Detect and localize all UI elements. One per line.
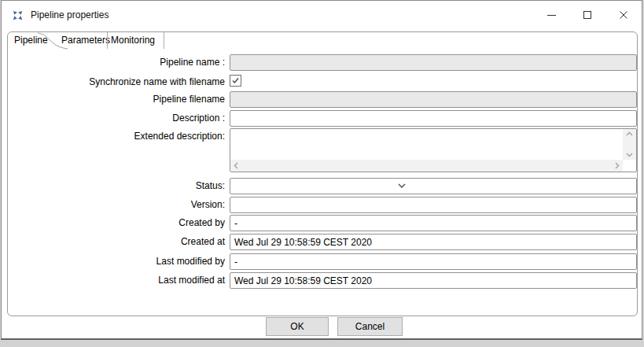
created-by-label: Created by [2, 217, 225, 228]
minimize-button[interactable] [533, 1, 569, 29]
version-label: Version: [2, 199, 225, 210]
pipeline-name-row: Pipeline name : [2, 54, 642, 71]
ok-button[interactable]: OK [266, 317, 329, 336]
window-title: Pipeline properties [31, 9, 109, 20]
status-dropdown-button[interactable] [394, 178, 410, 193]
created-at-label: Created at [2, 236, 225, 247]
status-combobox[interactable] [230, 178, 637, 194]
pipeline-name-input [230, 54, 637, 71]
maximize-button[interactable] [569, 1, 605, 29]
last-modified-at-input[interactable] [230, 272, 637, 289]
extended-description-textarea[interactable] [230, 128, 637, 172]
vertical-scrollbar[interactable] [623, 129, 636, 160]
chevron-down-icon[interactable] [626, 153, 633, 157]
title-bar: Pipeline properties [2, 1, 642, 29]
sync-name-row: Synchronize name with filename [2, 74, 642, 88]
pipeline-filename-row: Pipeline filename [2, 91, 642, 108]
sync-name-checkbox[interactable] [230, 75, 241, 87]
tab-parameters[interactable]: Parameters [61, 35, 110, 46]
chevron-left-icon[interactable] [234, 162, 238, 169]
version-input[interactable] [230, 197, 637, 213]
status-label: Status: [2, 180, 225, 191]
close-button[interactable] [605, 1, 642, 29]
pipeline-name-label: Pipeline name : [2, 57, 225, 68]
close-icon [619, 10, 628, 20]
last-modified-at-label: Last modified at [2, 275, 225, 286]
last-modified-by-row: Last modified by [2, 253, 642, 270]
extended-description-label: Extended description: [2, 131, 225, 142]
description-row: Description : [2, 110, 642, 127]
pipeline-filename-label: Pipeline filename [2, 94, 225, 105]
pipeline-properties-dialog: Pipeline properties Pipeline [1, 0, 642, 340]
last-modified-at-row: Last modified at [2, 272, 642, 289]
last-modified-by-input[interactable] [230, 253, 637, 270]
tab-separator [107, 32, 108, 49]
chevron-up-icon[interactable] [626, 131, 633, 136]
hop-logo-icon [12, 9, 24, 21]
tab-monitoring[interactable]: Monitoring [111, 35, 155, 46]
maximize-icon [583, 11, 591, 19]
sync-name-label: Synchronize name with filename [2, 76, 225, 87]
checkmark-icon [231, 76, 240, 85]
tab-separator [164, 32, 164, 49]
extended-description-text [234, 131, 620, 158]
created-by-row: Created by [2, 215, 642, 231]
desktop-background: Pipeline properties Pipeline [0, 0, 644, 347]
window-controls [533, 1, 642, 29]
chevron-right-icon[interactable] [615, 162, 620, 169]
status-row: Status: [2, 178, 642, 194]
chevron-down-icon [398, 183, 406, 188]
horizontal-scrollbar[interactable] [230, 160, 623, 172]
description-input[interactable] [230, 110, 637, 127]
description-label: Description : [2, 113, 225, 124]
created-at-row: Created at [2, 234, 642, 250]
pipeline-filename-input [230, 91, 637, 108]
cancel-button[interactable]: Cancel [337, 317, 403, 336]
last-modified-by-label: Last modified by [2, 256, 225, 267]
created-by-input[interactable] [230, 215, 637, 231]
created-at-input[interactable] [230, 234, 637, 250]
minimize-icon [547, 15, 556, 16]
extended-description-row: Extended description: [2, 128, 642, 172]
version-row: Version: [2, 197, 642, 213]
